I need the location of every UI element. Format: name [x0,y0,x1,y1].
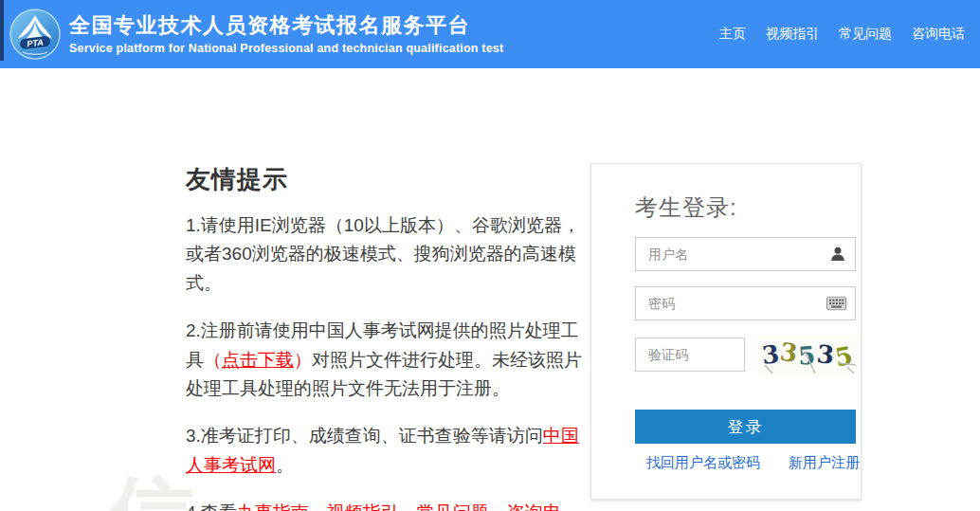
svg-text:PTA: PTA [27,37,44,48]
header: PTA 全国专业技术人员资格考试报名服务平台 Service platform … [0,0,980,68]
nav-video-guide[interactable]: 视频指引 [766,26,819,43]
tip-2-paren-open: （ [204,350,222,370]
keyboard-icon [826,297,846,311]
password-field-wrap [635,286,856,320]
captcha-digit: 5 [797,340,817,370]
tip-item-3: 3.准考证打印、成绩查询、证书查验等请访问中国人事考试网。 [186,422,590,480]
password-input[interactable] [635,286,856,320]
video-guide-link[interactable]: 视频指引 [327,502,399,511]
nav-phone[interactable]: 咨询电话 [912,26,965,43]
site-subtitle: Service platform for National Profession… [69,42,503,55]
tip-item-4: 4.查看办事指南、视频指引、常见问题、咨询电话。 [186,499,590,511]
login-links: 找回用户名或密码 新用户注册 [646,454,861,472]
login-button[interactable]: 登录 [635,410,856,444]
tip-4-text-pre: 4.查看 [186,502,237,511]
forgot-credentials-link[interactable]: 找回用户名或密码 [646,454,760,472]
tip-1-text: 1.请使用IE浏览器（10以上版本）、谷歌浏览器，或者360浏览器的极速模式、搜… [186,215,580,293]
brand-link[interactable]: PTA 全国专业技术人员资格考试报名服务平台 Service platform … [9,9,503,60]
nav-home[interactable]: 主页 [719,26,746,43]
register-link[interactable]: 新用户注册 [789,454,860,472]
nav-faq[interactable]: 常见问题 [839,26,892,43]
pta-logo-icon: PTA [9,9,61,60]
site-title: 全国专业技术人员资格考试报名服务平台 [69,13,503,38]
tip-3-text-pre: 3.准考证打印、成绩查询、证书查验等请访问 [186,426,543,446]
friendly-tips-section: 友情提示 1.请使用IE浏览器（10以上版本）、谷歌浏览器，或者360浏览器的极… [186,163,590,511]
tip-item-1: 1.请使用IE浏览器（10以上版本）、谷歌浏览器，或者360浏览器的极速模式、搜… [186,211,590,298]
brand-text: 全国专业技术人员资格考试报名服务平台 Service platform for … [69,13,503,55]
username-input[interactable] [635,237,856,271]
header-nav: 主页 视频指引 常见问题 咨询电话 [719,26,965,43]
captcha-input[interactable] [635,338,745,372]
captcha-row: 3 3 5 3 5 [635,336,867,374]
watermark-glyph: 信 [106,472,193,511]
tips-heading: 友情提示 [186,163,590,196]
captcha-image[interactable]: 3 3 5 3 5 [757,336,858,374]
tip-4-sep: 、 [489,502,507,511]
username-field-wrap [635,237,856,271]
page: PTA 全国专业技术人员资格考试报名服务平台 Service platform … [0,0,980,511]
login-card: 考生登录: [590,163,862,500]
tip-3-text-post: 。 [276,455,294,475]
user-icon [829,246,846,263]
service-guide-link[interactable]: 办事指南 [237,502,309,511]
tip-item-2: 2.注册前请使用中国人事考试网提供的照片处理工具（点击下载）对照片文件进行处理。… [186,317,590,403]
download-tool-link[interactable]: 点击下载 [222,350,294,370]
captcha-digit: 5 [833,341,856,373]
login-title: 考生登录: [635,192,861,223]
tip-4-sep: 、 [399,502,417,511]
tip-2-paren-close: ） [294,350,312,370]
faq-link[interactable]: 常见问题 [417,502,489,511]
tip-4-sep: 、 [309,502,327,511]
